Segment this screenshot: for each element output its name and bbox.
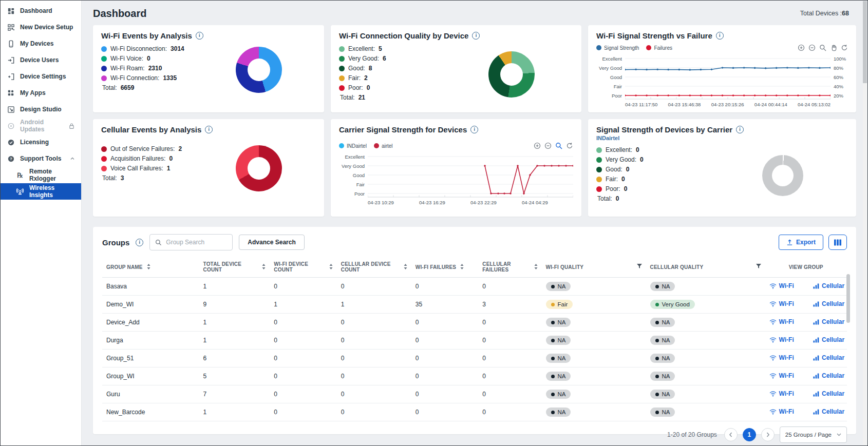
table-row[interactable]: Basava 1 0 0 0 0 NA NA Wi-Fi Cellular <box>102 278 847 296</box>
reset-icon[interactable] <box>841 44 848 51</box>
view-wifi-link[interactable]: Wi-Fi <box>769 408 794 415</box>
sidebar-item-support-tools[interactable]: ? Support Tools <box>1 150 81 167</box>
info-icon[interactable]: i <box>736 126 744 133</box>
view-cellular-link[interactable]: Cellular <box>813 318 844 325</box>
prev-page-button[interactable] <box>724 428 738 441</box>
sort-icon[interactable] <box>404 264 407 270</box>
sort-icon[interactable] <box>262 264 266 270</box>
sidebar-item-label: Wireless Insights <box>29 184 75 199</box>
table-row[interactable]: Guru 7 0 0 0 0 NA NA Wi-Fi Cellular <box>102 385 847 403</box>
sidebar-item-my-devices[interactable]: My Devices <box>1 35 81 52</box>
table-row[interactable]: New_Barcode 1 0 0 0 0 NA NA Wi-Fi Cellul… <box>102 403 847 421</box>
reset-icon[interactable] <box>566 142 573 149</box>
view-cellular-link[interactable]: Cellular <box>813 300 844 307</box>
sidebar-item-label: New Device Setup <box>20 24 73 31</box>
sidebar-item-device-users[interactable]: Device Users <box>1 52 81 68</box>
scrollbar-thumb[interactable] <box>863 1 867 83</box>
view-wifi-link[interactable]: Wi-Fi <box>769 354 794 361</box>
wifi-failures-cell: 0 <box>411 367 479 385</box>
window-scrollbar[interactable] <box>863 1 867 445</box>
zoom-select-icon[interactable] <box>555 142 562 149</box>
view-cellular-link[interactable]: Cellular <box>813 282 844 289</box>
sort-icon[interactable] <box>147 264 150 270</box>
legend-total: Total:21 <box>340 94 462 101</box>
info-icon[interactable]: i <box>470 126 478 133</box>
page-size-select[interactable]: 25 Groups / Page <box>780 426 847 443</box>
page-number-button[interactable]: 1 <box>743 428 756 441</box>
view-group-cell: Wi-Fi Cellular <box>765 403 847 421</box>
carrier-strength-card: Signal Strength of Devices by Carrier i … <box>588 119 856 217</box>
sort-icon[interactable] <box>329 264 333 270</box>
card-subtitle[interactable]: INDairtel <box>596 135 848 141</box>
sidebar-item-my-apps[interactable]: My Apps <box>1 85 81 101</box>
view-group-cell: Wi-Fi Cellular <box>765 314 847 332</box>
cellular-quality-badge: NA <box>650 390 675 399</box>
info-icon[interactable]: i <box>136 239 143 246</box>
chevron-up-icon[interactable] <box>70 156 75 161</box>
view-cellular-link[interactable]: Cellular <box>813 408 844 415</box>
sidebar-item-label: Remote Rxlogger <box>29 168 75 182</box>
total-devices-value: 68 <box>842 10 849 17</box>
export-button[interactable]: Export <box>779 235 823 250</box>
view-cellular-link[interactable]: Cellular <box>813 390 844 397</box>
table-scrollbar[interactable] <box>846 274 850 323</box>
chart-toolbar <box>534 142 573 149</box>
table-row[interactable]: Device_Add 1 0 0 0 0 NA NA Wi-Fi Cellula… <box>102 314 847 332</box>
sidebar-item-wireless-insights[interactable]: Wireless Insights <box>1 183 81 200</box>
advance-search-button[interactable]: Advance Search <box>239 235 304 250</box>
legend-dot-icon <box>339 75 345 81</box>
table-row[interactable]: Group_51 6 0 0 0 0 NA NA Wi-Fi Cellular <box>102 350 847 367</box>
sidebar-item-remote-rxlogger[interactable]: ℞ Remote Rxlogger <box>1 167 81 183</box>
cellular-quality-cell: NA <box>646 385 765 403</box>
sidebar-item-label: Device Users <box>20 56 59 64</box>
legend-item: Wi-Fi Connection:1335 <box>101 74 213 82</box>
sort-icon[interactable] <box>534 264 538 270</box>
legend-dot-icon <box>101 146 107 152</box>
view-wifi-link[interactable]: Wi-Fi <box>769 300 794 307</box>
info-icon[interactable]: i <box>472 32 480 40</box>
sidebar-item-licensing[interactable]: Licensing <box>1 134 81 150</box>
view-wifi-link[interactable]: Wi-Fi <box>769 390 794 397</box>
view-cellular-link[interactable]: Cellular <box>813 372 844 379</box>
sidebar-item-design-studio[interactable]: Design Studio <box>1 101 81 118</box>
sort-icon[interactable] <box>460 264 464 270</box>
cellular-failures-cell: 0 <box>478 385 541 403</box>
legend-item: Acquisition Failures:0 <box>101 155 213 162</box>
columns-button[interactable] <box>828 235 847 250</box>
sidebar-item-new-device-setup[interactable]: New Device Setup <box>1 19 81 35</box>
table-row[interactable]: Group_WI 5 0 0 0 0 NA NA Wi-Fi Cellular <box>102 367 847 385</box>
info-icon[interactable]: i <box>196 32 203 40</box>
card-title: Cellular Events by Analysis <box>101 125 201 134</box>
view-wifi-link[interactable]: Wi-Fi <box>769 282 794 289</box>
zoom-in-icon[interactable] <box>534 142 541 149</box>
view-wifi-link[interactable]: Wi-Fi <box>769 336 794 343</box>
filter-icon[interactable] <box>637 264 642 270</box>
table-row[interactable]: Durga 1 0 0 0 0 NA NA Wi-Fi Cellular <box>102 332 847 350</box>
view-cellular-link[interactable]: Cellular <box>813 354 844 361</box>
sidebar-item-label: My Apps <box>20 89 46 96</box>
filter-icon[interactable] <box>756 264 761 270</box>
total-device-count-cell: 1 <box>199 403 270 421</box>
chart-legend: Wi-Fi Disconnection:3014 Wi-Fi Voice:0 W… <box>101 45 213 94</box>
zoom-in-icon[interactable] <box>798 44 805 51</box>
table-row[interactable]: Demo_WI 9 1 1 35 3 Fair Very Good Wi-Fi … <box>102 296 847 314</box>
sidebar-item-dashboard[interactable]: Dashboard <box>1 3 81 19</box>
zoom-out-icon[interactable] <box>808 44 816 51</box>
view-wifi-link[interactable]: Wi-Fi <box>769 318 794 325</box>
legend-dot-icon <box>339 46 345 52</box>
wifi-quality-card: Wi-Fi Connection Quality by Device i Exc… <box>331 25 581 112</box>
donut-chart <box>488 51 535 98</box>
view-cellular-link[interactable]: Cellular <box>813 336 844 343</box>
next-page-button[interactable] <box>761 428 775 441</box>
info-icon[interactable]: i <box>716 32 724 40</box>
group-search-input[interactable] <box>165 238 227 246</box>
group-name-cell: Durga <box>102 332 199 350</box>
cellular-device-count-cell: 0 <box>337 403 411 421</box>
zoom-select-icon[interactable] <box>819 44 826 51</box>
sidebar-item-device-settings[interactable]: Device Settings <box>1 68 81 85</box>
view-wifi-link[interactable]: Wi-Fi <box>769 372 794 379</box>
card-title: Wi-Fi Connection Quality by Device <box>339 31 468 40</box>
info-icon[interactable]: i <box>205 126 213 133</box>
pan-icon[interactable] <box>830 44 837 51</box>
zoom-out-icon[interactable] <box>544 142 552 149</box>
